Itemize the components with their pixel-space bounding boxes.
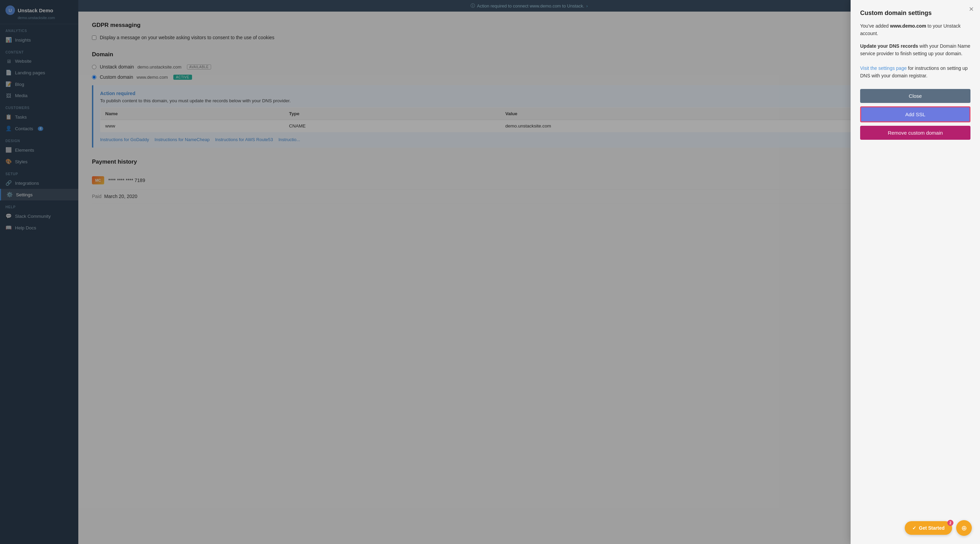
- checkmark-icon: ✓: [912, 525, 916, 531]
- modal-body-2: Update your DNS records with your Domain…: [860, 42, 970, 57]
- help-circle-button[interactable]: ⊕: [956, 520, 972, 536]
- modal-title: Custom domain settings: [860, 10, 970, 17]
- modal-domain: www.demo.com: [890, 23, 926, 29]
- remove-domain-button[interactable]: Remove custom domain: [860, 126, 970, 140]
- modal-settings-link[interactable]: Visit the settings page: [860, 65, 907, 71]
- get-started-button[interactable]: ✓ Get Started 2: [905, 521, 952, 535]
- modal-close-button[interactable]: ✕: [969, 5, 974, 13]
- help-icon: ⊕: [961, 524, 967, 532]
- notification-badge: 2: [947, 520, 953, 526]
- bottom-actions: ✓ Get Started 2 ⊕: [905, 520, 972, 536]
- add-ssl-button[interactable]: Add SSL: [860, 106, 970, 122]
- modal-panel: ✕ Custom domain settings You've added ww…: [851, 0, 980, 544]
- close-modal-button[interactable]: Close: [860, 89, 970, 103]
- modal-overlay: ✕ Custom domain settings You've added ww…: [0, 0, 980, 544]
- modal-body-1: You've added www.demo.com to your Unstac…: [860, 22, 970, 37]
- modal-actions: Close Add SSL Remove custom domain: [860, 89, 970, 140]
- modal-body-3: Visit the settings page for instructions…: [860, 64, 970, 80]
- get-started-label: Get Started: [919, 525, 945, 531]
